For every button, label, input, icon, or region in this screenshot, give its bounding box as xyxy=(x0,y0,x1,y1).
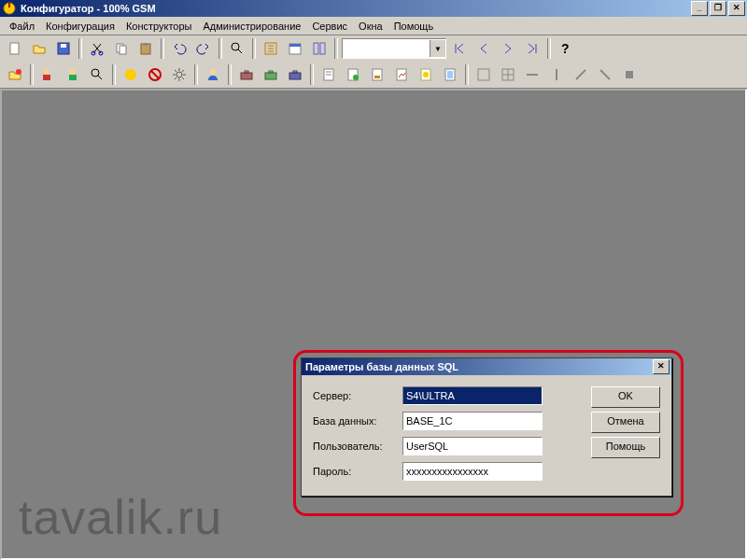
copy-icon[interactable] xyxy=(110,37,133,60)
paste-icon[interactable] xyxy=(134,37,157,60)
svg-rect-29 xyxy=(245,71,248,73)
user-icon[interactable] xyxy=(62,63,84,86)
tool5-icon[interactable] xyxy=(570,63,592,86)
tool3-icon[interactable] xyxy=(521,63,543,86)
briefcase2-icon[interactable] xyxy=(260,63,282,86)
doc3-icon[interactable] xyxy=(366,63,388,86)
separator xyxy=(228,64,232,85)
dialog-title: Параметры базы данных SQL xyxy=(303,361,653,372)
doc4-icon[interactable] xyxy=(390,63,413,86)
find-user-icon[interactable] xyxy=(86,63,108,86)
yellow-icon[interactable] xyxy=(120,63,142,86)
separator xyxy=(78,38,82,59)
nav-first-icon[interactable] xyxy=(448,37,471,60)
new-icon[interactable] xyxy=(4,37,26,60)
maximize-button[interactable]: ❐ xyxy=(710,1,726,16)
nav-last-icon[interactable] xyxy=(521,37,543,60)
dialog-close-button[interactable]: ✕ xyxy=(653,359,669,374)
layout-icon[interactable] xyxy=(308,37,331,60)
server-label: Сервер: xyxy=(313,390,397,401)
briefcase3-icon[interactable] xyxy=(284,63,306,86)
undo-icon[interactable] xyxy=(168,37,190,60)
help-button[interactable]: Помощь xyxy=(591,437,660,458)
svg-point-18 xyxy=(16,69,21,75)
dialog-body: Сервер: S4\ULTRA База данных: BASE_1C По… xyxy=(302,375,671,496)
menu-administration[interactable]: Администрирование xyxy=(198,19,307,34)
person-icon[interactable] xyxy=(202,63,224,86)
svg-rect-43 xyxy=(447,71,453,78)
toolbar-1: ▼ ? xyxy=(0,35,747,62)
tool6-icon[interactable] xyxy=(594,63,616,86)
svg-rect-33 xyxy=(293,71,297,73)
close-button[interactable]: ✕ xyxy=(728,1,745,16)
menu-windows[interactable]: Окна xyxy=(353,19,388,34)
database-field[interactable]: BASE_1C xyxy=(402,412,543,430)
users-icon[interactable] xyxy=(37,63,60,86)
svg-rect-39 xyxy=(397,69,406,80)
dialog-buttons: OK Отмена Помощь xyxy=(591,386,660,481)
separator xyxy=(112,64,116,85)
password-label: Пароль: xyxy=(313,466,397,477)
doc5-icon[interactable] xyxy=(415,63,437,86)
ok-button[interactable]: OK xyxy=(591,386,660,408)
tool1-icon[interactable] xyxy=(472,63,495,86)
database-label: База данных: xyxy=(313,415,397,427)
tool7-icon[interactable] xyxy=(618,63,641,86)
briefcase-icon[interactable] xyxy=(235,63,258,86)
app-window: Конфигуратор - 100% GSM _ ❐ ✕ Файл Конфи… xyxy=(0,0,747,560)
nav-prev-icon[interactable] xyxy=(472,37,495,60)
svg-rect-37 xyxy=(373,69,382,80)
doc1-icon[interactable] xyxy=(317,63,340,86)
svg-rect-46 xyxy=(626,71,633,78)
menu-constructors[interactable]: Конструкторы xyxy=(120,19,198,34)
stop-icon[interactable] xyxy=(144,63,166,86)
svg-rect-15 xyxy=(314,43,318,54)
tool2-icon[interactable] xyxy=(497,63,519,86)
separator xyxy=(30,64,34,85)
redo-icon[interactable] xyxy=(192,37,215,60)
app-icon xyxy=(2,1,17,16)
open-icon[interactable] xyxy=(28,37,50,60)
menu-configuration[interactable]: Конфигурация xyxy=(40,19,120,34)
watermark: tavalik.ru xyxy=(19,489,222,545)
menu-file[interactable]: Файл xyxy=(4,19,40,34)
separator xyxy=(218,38,222,59)
server-field[interactable]: S4\ULTRA xyxy=(402,386,543,405)
gear-icon[interactable] xyxy=(168,63,190,86)
doc6-icon[interactable] xyxy=(439,63,461,86)
cut-icon[interactable] xyxy=(86,37,108,60)
mdi-area: tavalik.ru Параметры базы данных SQL ✕ С… xyxy=(0,89,747,560)
nav-next-icon[interactable] xyxy=(497,37,519,60)
svg-rect-44 xyxy=(478,69,489,80)
app-title: Конфигуратор - 100% GSM xyxy=(21,3,691,14)
svg-point-21 xyxy=(70,69,76,75)
doc2-icon[interactable] xyxy=(342,63,364,86)
svg-rect-38 xyxy=(374,76,380,78)
separator xyxy=(547,38,551,59)
find-icon[interactable] xyxy=(226,37,248,60)
toolbars: ▼ ? xyxy=(0,35,747,89)
help-icon[interactable]: ? xyxy=(555,37,577,60)
separator xyxy=(194,64,198,85)
minimize-button[interactable]: _ xyxy=(691,1,708,16)
svg-point-26 xyxy=(176,72,182,77)
config-open-icon[interactable] xyxy=(4,63,26,86)
user-field[interactable]: UserSQL xyxy=(402,437,543,455)
menu-help[interactable]: Помощь xyxy=(388,19,440,34)
calendar-icon[interactable] xyxy=(284,37,306,60)
svg-point-23 xyxy=(92,69,99,77)
save-icon[interactable] xyxy=(52,37,75,60)
tree-icon[interactable] xyxy=(260,37,282,60)
combo-1[interactable]: ▼ xyxy=(342,38,446,59)
tool4-icon[interactable] xyxy=(545,63,568,86)
svg-point-36 xyxy=(353,75,359,80)
menu-service[interactable]: Сервис xyxy=(306,19,353,34)
svg-point-27 xyxy=(210,69,216,75)
svg-point-11 xyxy=(232,43,239,50)
svg-point-19 xyxy=(44,69,49,75)
cancel-button[interactable]: Отмена xyxy=(591,412,660,433)
password-field[interactable]: xxxxxxxxxxxxxxxx xyxy=(402,462,543,481)
svg-rect-30 xyxy=(265,73,276,79)
menubar: Файл Конфигурация Конструкторы Администр… xyxy=(0,17,747,35)
svg-rect-4 xyxy=(61,44,66,48)
